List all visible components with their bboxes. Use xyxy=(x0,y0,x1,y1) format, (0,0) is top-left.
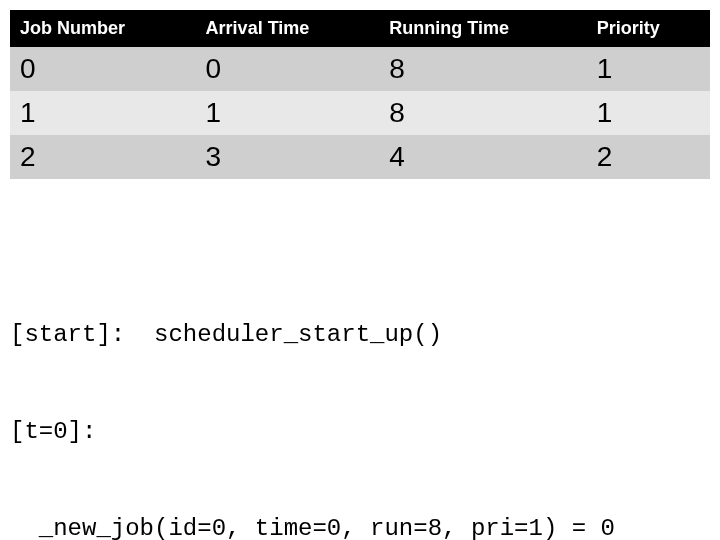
cell-running: 4 xyxy=(379,135,586,179)
cell-arrival: 3 xyxy=(196,135,380,179)
log-block-0: [start]: scheduler_start_up() [t=0]: _ne… xyxy=(10,254,710,540)
cell-job: 1 xyxy=(10,91,196,135)
cell-running: 8 xyxy=(379,91,586,135)
job-table: Job Number Arrival Time Running Time Pri… xyxy=(10,10,710,179)
table-header-row: Job Number Arrival Time Running Time Pri… xyxy=(10,10,710,47)
cell-arrival: 1 xyxy=(196,91,380,135)
col-arrival-time: Arrival Time xyxy=(196,10,380,47)
cell-running: 8 xyxy=(379,47,586,91)
col-job-number: Job Number xyxy=(10,10,196,47)
table-row: 1 1 8 1 xyxy=(10,91,710,135)
log-line: [start]: scheduler_start_up() xyxy=(10,319,710,351)
cell-job: 0 xyxy=(10,47,196,91)
cell-priority: 1 xyxy=(587,47,710,91)
cell-arrival: 0 xyxy=(196,47,380,91)
cell-priority: 2 xyxy=(587,135,710,179)
log-line: [t=0]: xyxy=(10,416,710,448)
cell-priority: 1 xyxy=(587,91,710,135)
table-row: 0 0 8 1 xyxy=(10,47,710,91)
log-line: _new_job(id=0, time=0, run=8, pri=1) = 0 xyxy=(10,513,710,540)
scheduler-log: [start]: scheduler_start_up() [t=0]: _ne… xyxy=(10,189,710,540)
col-running-time: Running Time xyxy=(379,10,586,47)
table-row: 2 3 4 2 xyxy=(10,135,710,179)
col-priority: Priority xyxy=(587,10,710,47)
cell-job: 2 xyxy=(10,135,196,179)
